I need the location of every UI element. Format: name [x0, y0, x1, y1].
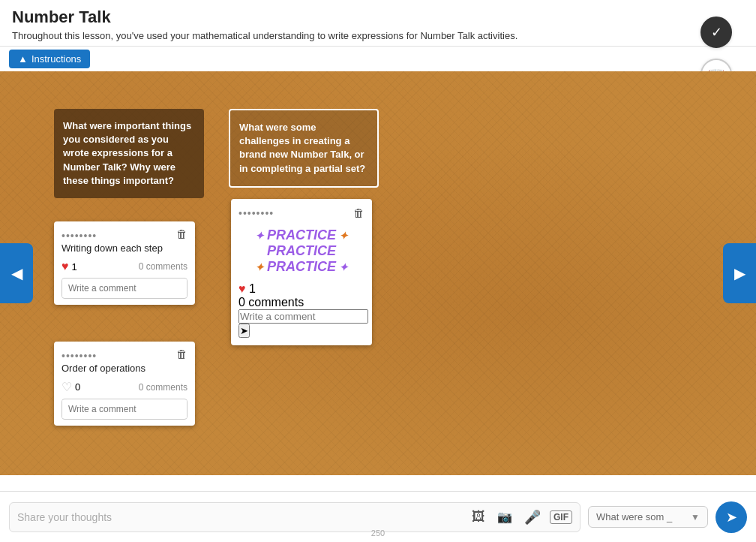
- post-2-likes[interactable]: ♡ 0: [62, 380, 80, 394]
- caret-icon: ▲: [18, 53, 28, 65]
- send-icon: ➤: [726, 509, 737, 525]
- practice-trash-icon[interactable]: 🗑: [353, 206, 364, 219]
- post-2-send-button[interactable]: ➤: [187, 399, 188, 419]
- post-1-trash-icon[interactable]: 🗑: [176, 227, 188, 240]
- sparkle-left-3: ✦: [255, 261, 264, 273]
- practice-line-1: ✦ PRACTICE ✦: [238, 227, 364, 243]
- right-arrow-icon: ▶: [734, 264, 746, 282]
- post-2-dots: ••••••••: [62, 350, 97, 362]
- practice-like-count: 1: [249, 282, 256, 295]
- post-1-send-button[interactable]: ➤: [187, 279, 188, 298]
- check-circle-icon[interactable]: ✓: [700, 17, 732, 48]
- question-card-2: What were some challenges in creating a …: [229, 109, 379, 188]
- header: Number Talk Throughout this lesson, you'…: [0, 0, 756, 47]
- corkboard: ◀ ▶ What were important things you consi…: [0, 71, 756, 475]
- post-2-footer: ♡ 0 0 comments: [62, 380, 188, 394]
- sparkle-right-3: ✦: [339, 261, 348, 273]
- practice-comment-count: 0 comments: [238, 296, 304, 309]
- post-card-1: •••••••• 🗑 Writing down each step ♥ 1 0 …: [54, 221, 195, 305]
- practice-footer: ♥ 1 0 comments: [238, 282, 364, 309]
- post-1-comment-input[interactable]: [62, 279, 187, 297]
- sparkle-right-1: ✦: [339, 230, 348, 242]
- dropdown-text: What were som _: [596, 511, 688, 522]
- dropdown-caret-icon: ▼: [691, 512, 700, 522]
- practice-card: •••••••• 🗑 ✦ PRACTICE ✦ PRACTICE ✦ PRACT…: [231, 199, 372, 345]
- post-2-comment-count: 0 comments: [139, 382, 188, 393]
- share-input-area[interactable]: Share your thoughts 🖼 📷 🎤 GIF: [9, 502, 580, 532]
- heart-empty-icon: ♡: [62, 380, 72, 394]
- question-card-1: What were important things you considere…: [54, 109, 204, 198]
- bottom-bar: Share your thoughts 🖼 📷 🎤 GIF 250 What w…: [0, 491, 756, 542]
- post-2-trash-icon[interactable]: 🗑: [176, 348, 188, 360]
- post-1-text: Writing down each step: [62, 242, 188, 254]
- left-arrow-icon: ◀: [11, 264, 22, 282]
- instructions-button[interactable]: ▲ Instructions: [9, 50, 90, 68]
- practice-likes[interactable]: ♥ 1: [238, 282, 364, 296]
- video-upload-button[interactable]: 📷: [494, 508, 515, 525]
- post-card-2: •••••••• 🗑 Order of operations ♡ 0 0 com…: [54, 342, 195, 426]
- post-1-like-count: 1: [72, 261, 77, 273]
- post-1-dots: ••••••••: [62, 230, 97, 242]
- practice-comment-input[interactable]: [238, 309, 368, 324]
- char-count: 250: [371, 528, 385, 537]
- mic-button[interactable]: 🎤: [521, 507, 544, 527]
- post-2-comment-input[interactable]: [62, 400, 187, 418]
- image-upload-button[interactable]: 🖼: [469, 507, 488, 526]
- practice-send-button[interactable]: ➤: [238, 324, 250, 338]
- practice-heart-icon: ♥: [238, 282, 246, 295]
- post-2-like-count: 0: [75, 381, 80, 393]
- gif-button[interactable]: GIF: [550, 510, 572, 524]
- practice-dots: ••••••••: [238, 207, 274, 219]
- practice-image: ✦ PRACTICE ✦ PRACTICE ✦ PRACTICE ✦: [238, 220, 364, 282]
- share-placeholder: Share your thoughts: [17, 511, 463, 523]
- post-1-footer: ♥ 1 0 comments: [62, 260, 188, 273]
- nav-left-button[interactable]: ◀: [0, 243, 33, 303]
- send-button[interactable]: ➤: [716, 501, 747, 533]
- practice-comment-row[interactable]: ➤: [238, 309, 364, 338]
- post-2-text: Order of operations: [62, 363, 188, 374]
- page-subtitle: Throughout this lesson, you've used your…: [12, 30, 744, 41]
- topic-dropdown[interactable]: What were som _ ▼: [588, 506, 708, 528]
- post-2-comment-row[interactable]: ➤: [62, 399, 188, 420]
- heart-filled-icon: ♥: [62, 260, 69, 273]
- practice-line-2: PRACTICE: [238, 243, 364, 259]
- post-1-comment-count: 0 comments: [139, 261, 188, 272]
- post-1-comment-row[interactable]: ➤: [62, 278, 188, 299]
- practice-line-3: ✦ PRACTICE ✦: [238, 259, 364, 275]
- nav-right-button[interactable]: ▶: [723, 243, 756, 303]
- sparkle-left-1: ✦: [255, 230, 264, 242]
- post-1-likes[interactable]: ♥ 1: [62, 260, 77, 273]
- page-title: Number Talk: [12, 8, 744, 27]
